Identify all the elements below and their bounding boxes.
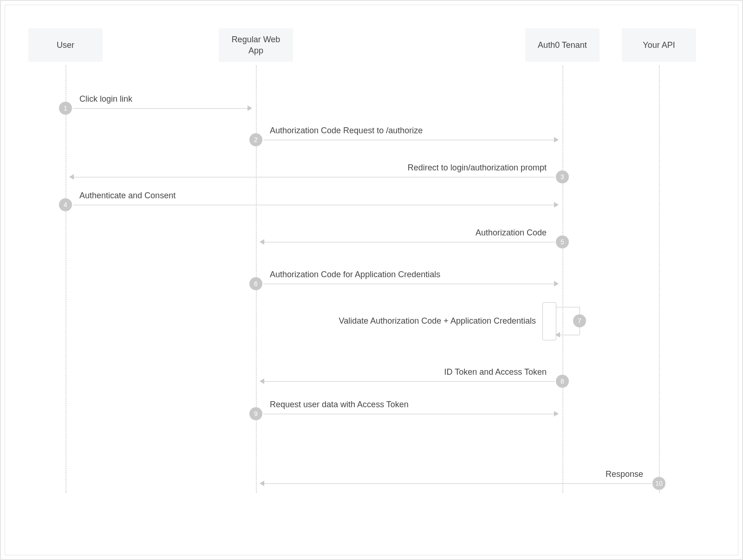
message-arrow-line: [263, 140, 555, 140]
message-arrow-line: [73, 108, 248, 109]
participant-webapp: Regular Web App: [219, 28, 293, 62]
self-message-return: [560, 335, 580, 335]
step-badge: 5: [556, 235, 569, 248]
arrow-head-left-icon: [260, 239, 264, 245]
participant-api: Your API: [622, 28, 696, 62]
participant-user: User: [28, 28, 103, 62]
message-label: Response: [606, 469, 643, 479]
step-badge: 9: [249, 407, 262, 420]
message-arrow-line: [73, 205, 555, 205]
arrow-head-left-icon: [555, 332, 560, 338]
arrow-head-right-icon: [554, 202, 559, 208]
diagram-frame: User Regular Web App Auth0 Tenant Your A…: [0, 0, 743, 560]
participant-tenant: Auth0 Tenant: [525, 28, 600, 62]
message-label: ID Token and Access Token: [444, 367, 547, 377]
arrow-head-right-icon: [248, 105, 252, 111]
arrow-head-right-icon: [554, 137, 559, 143]
step-badge: 2: [249, 133, 262, 146]
message-label: Authorization Code for Application Crede…: [270, 270, 440, 280]
step-badge: 3: [556, 170, 569, 183]
message-label: Request user data with Access Token: [270, 400, 409, 410]
step-badge: 7: [573, 314, 586, 327]
diagram-canvas: User Regular Web App Auth0 Tenant Your A…: [5, 5, 738, 555]
step-badge: 4: [59, 198, 72, 211]
arrow-head-left-icon: [69, 174, 74, 180]
arrow-head-right-icon: [554, 281, 559, 287]
self-message-out: [555, 307, 580, 307]
arrow-head-right-icon: [554, 411, 559, 417]
message-arrow-line: [263, 381, 555, 382]
message-label: Validate Authorization Code + Applicatio…: [339, 316, 536, 326]
lifeline-tenant: [562, 65, 563, 493]
step-badge: 6: [249, 277, 262, 290]
activation-box: [542, 302, 556, 340]
message-label: Authorization Code: [476, 228, 547, 238]
message-label: Authenticate and Consent: [79, 191, 176, 201]
message-arrow-line: [263, 284, 555, 284]
step-badge: 8: [556, 375, 569, 388]
step-badge: 1: [59, 102, 72, 115]
arrow-head-left-icon: [260, 378, 264, 384]
message-label: Redirect to login/authorization prompt: [408, 163, 547, 173]
message-arrow-line: [73, 177, 555, 177]
arrow-head-left-icon: [260, 481, 264, 486]
message-arrow-line: [263, 242, 555, 242]
message-arrow-line: [263, 483, 652, 484]
step-badge: 10: [652, 477, 665, 490]
lifeline-user: [65, 65, 66, 493]
message-arrow-line: [263, 414, 555, 414]
message-label: Click login link: [79, 94, 132, 104]
lifeline-api: [659, 65, 660, 493]
message-label: Authorization Code Request to /authorize: [270, 126, 423, 136]
